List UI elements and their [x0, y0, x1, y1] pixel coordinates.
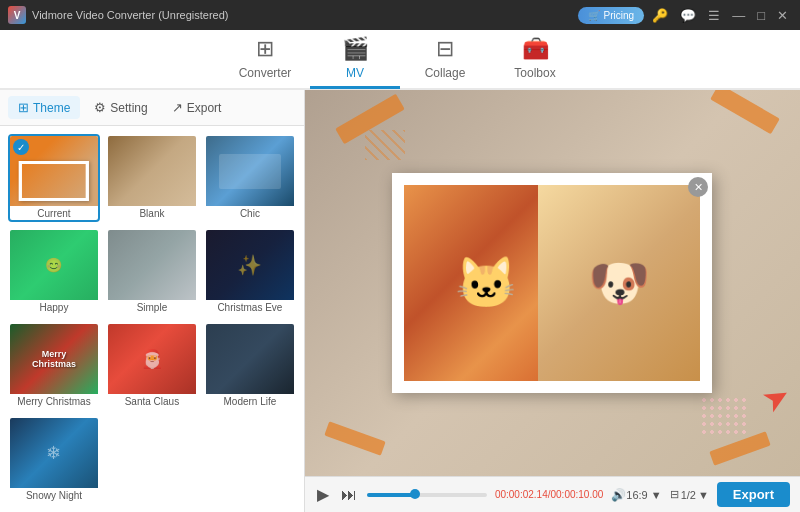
theme-merry-christmas-preview: MerryChristmas — [10, 324, 98, 394]
aspect-ratio-label: 16:9 — [626, 489, 647, 501]
theme-simple-preview — [108, 230, 196, 300]
app-title: Vidmore Video Converter (Unregistered) — [32, 9, 228, 21]
theme-santa[interactable]: 🎅 Santa Claus — [106, 322, 198, 410]
export-button[interactable]: Export — [717, 482, 790, 507]
theme-snowy[interactable]: ❄ Snowy Night — [8, 416, 100, 504]
progress-fill — [367, 493, 415, 497]
nav-bar: ⊞ Converter 🎬 MV ⊟ Collage 🧰 Toolbox — [0, 30, 800, 90]
controls-right: 16:9 ▼ ⊟ 1/2 ▼ Export — [626, 482, 790, 507]
theme-chic-preview — [206, 136, 294, 206]
settings-icon[interactable]: 🔑 — [648, 8, 672, 23]
right-panel: 🐱 🐶 ✕ ▶ ⏭ — [305, 90, 800, 512]
theme-modern-label: Modern Life — [206, 394, 294, 409]
theme-santa-preview: 🎅 — [108, 324, 196, 394]
theme-blank-preview — [108, 136, 196, 206]
theme-merry-christmas[interactable]: MerryChristmas Merry Christmas — [8, 322, 100, 410]
progress-dot — [410, 489, 420, 499]
tape-decoration-bl — [324, 421, 386, 456]
left-panel: ⊞ Theme ⚙ Setting ↗ Export — [0, 90, 305, 512]
converter-icon: ⊞ — [256, 36, 274, 62]
toolbox-icon: 🧰 — [522, 36, 549, 62]
theme-happy-label: Happy — [10, 300, 98, 315]
preview-image: 🐱 🐶 — [404, 185, 700, 381]
collage-icon: ⊟ — [436, 36, 454, 62]
skip-button[interactable]: ⏭ — [339, 484, 359, 506]
volume-icon[interactable]: 🔊 — [611, 488, 626, 502]
export-label: Export — [187, 101, 222, 115]
minimize-button[interactable]: — — [728, 8, 749, 23]
theme-icon: ⊞ — [18, 100, 29, 115]
tape-decoration-tr — [710, 90, 780, 134]
lines-decoration — [365, 130, 405, 160]
theme-chic-label: Chic — [206, 206, 294, 221]
title-bar: V Vidmore Video Converter (Unregistered)… — [0, 0, 800, 30]
theme-modern-preview — [206, 324, 294, 394]
dot-decoration — [700, 396, 750, 436]
tape-decoration-br — [709, 431, 771, 466]
nav-mv[interactable]: 🎬 MV — [310, 29, 400, 89]
theme-happy-preview: 😊 — [10, 230, 98, 300]
play-button[interactable]: ▶ — [315, 483, 331, 506]
theme-simple[interactable]: Simple — [106, 228, 198, 316]
app-icon: V — [8, 6, 26, 24]
theme-merry-christmas-label: Merry Christmas — [10, 394, 98, 409]
title-bar-right: 🛒 Pricing 🔑 💬 ☰ — □ ✕ — [578, 7, 792, 24]
setting-label: Setting — [110, 101, 147, 115]
frame-close-button[interactable]: ✕ — [688, 177, 708, 197]
theme-happy[interactable]: 😊 Happy — [8, 228, 100, 316]
toolbox-label: Toolbox — [514, 66, 555, 80]
time-display: 00:00:02.14/00:00:10.00 — [495, 489, 603, 500]
export-icon: ↗ — [172, 100, 183, 115]
theme-current[interactable]: ✓ Current — [8, 134, 100, 222]
nav-converter[interactable]: ⊞ Converter — [220, 29, 310, 89]
theme-selected-check: ✓ — [13, 139, 29, 155]
subnav-theme[interactable]: ⊞ Theme — [8, 96, 80, 119]
main-content: ⊞ Theme ⚙ Setting ↗ Export — [0, 90, 800, 512]
page-selector[interactable]: ⊟ 1/2 ▼ — [670, 488, 709, 501]
photo-frame: 🐱 🐶 ✕ — [392, 173, 712, 393]
subnav-export[interactable]: ↗ Export — [162, 96, 232, 119]
theme-modern[interactable]: Modern Life — [204, 322, 296, 410]
nav-toolbox[interactable]: 🧰 Toolbox — [490, 29, 580, 89]
collage-label: Collage — [425, 66, 466, 80]
theme-christmas-eve-preview: ✨ — [206, 230, 294, 300]
aspect-ratio-dropdown-icon: ▼ — [651, 489, 662, 501]
help-icon[interactable]: 💬 — [676, 8, 700, 23]
converter-label: Converter — [239, 66, 292, 80]
nav-collage[interactable]: ⊟ Collage — [400, 29, 490, 89]
aspect-ratio-selector[interactable]: 16:9 ▼ — [626, 489, 661, 501]
theme-current-label: Current — [10, 206, 98, 221]
progress-bar[interactable] — [367, 493, 487, 497]
controls-left: ▶ ⏭ 00:00:02.14/00:00:10.00 🔊 — [315, 483, 626, 506]
preview-area: 🐱 🐶 ✕ — [305, 90, 800, 476]
menu-icon[interactable]: ☰ — [704, 8, 724, 23]
maximize-button[interactable]: □ — [753, 8, 769, 23]
themes-grid: ✓ Current Blank Chic 😊 Happy — [0, 126, 304, 512]
theme-chic[interactable]: Chic — [204, 134, 296, 222]
page-label: 1/2 — [681, 489, 696, 501]
theme-christmas-eve[interactable]: ✨ Christmas Eve — [204, 228, 296, 316]
theme-blank[interactable]: Blank — [106, 134, 198, 222]
page-icon: ⊟ — [670, 488, 679, 501]
theme-christmas-eve-label: Christmas Eve — [206, 300, 294, 315]
mv-label: MV — [346, 66, 364, 80]
close-button[interactable]: ✕ — [773, 8, 792, 23]
mv-icon: 🎬 — [342, 36, 369, 62]
page-dropdown-icon: ▼ — [698, 489, 709, 501]
theme-simple-label: Simple — [108, 300, 196, 315]
theme-santa-label: Santa Claus — [108, 394, 196, 409]
sub-nav: ⊞ Theme ⚙ Setting ↗ Export — [0, 90, 304, 126]
title-bar-left: V Vidmore Video Converter (Unregistered) — [8, 6, 228, 24]
photo-inner: 🐱 🐶 — [404, 185, 700, 381]
pricing-button[interactable]: 🛒 Pricing — [578, 7, 645, 24]
theme-snowy-preview: ❄ — [10, 418, 98, 488]
subnav-setting[interactable]: ⚙ Setting — [84, 96, 157, 119]
setting-icon: ⚙ — [94, 100, 106, 115]
controls-bar: ▶ ⏭ 00:00:02.14/00:00:10.00 🔊 16:9 ▼ ⊟ 1… — [305, 476, 800, 512]
theme-snowy-label: Snowy Night — [10, 488, 98, 503]
theme-label: Theme — [33, 101, 70, 115]
theme-blank-label: Blank — [108, 206, 196, 221]
